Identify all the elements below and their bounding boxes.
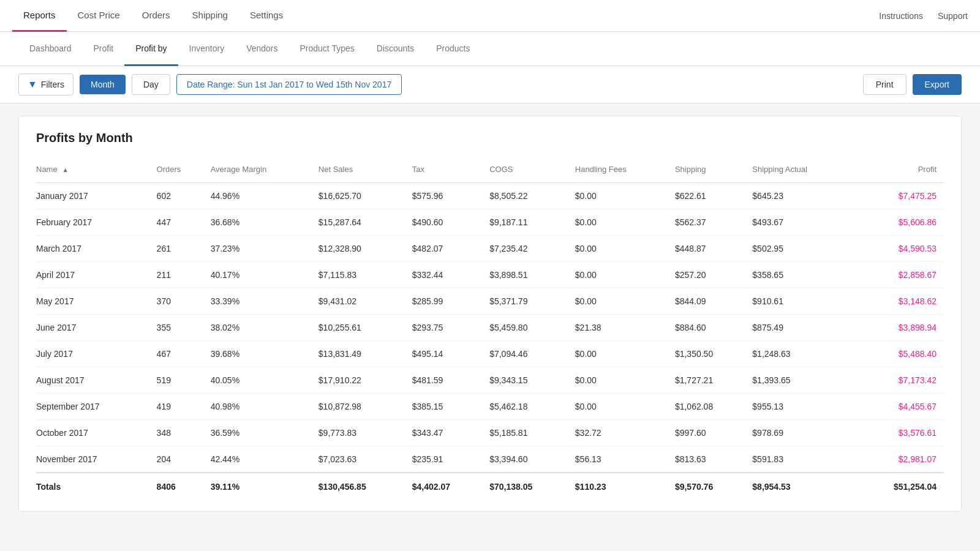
- row-profit: $4,455.67: [858, 394, 944, 420]
- row-profit: $5,606.86: [858, 209, 944, 236]
- nav-shipping[interactable]: Shipping: [181, 0, 239, 32]
- table-row: July 2017 467 39.68% $13,831.49 $495.14 …: [36, 341, 944, 367]
- nav-cost-price[interactable]: Cost Price: [67, 0, 131, 32]
- col-header-name[interactable]: Name ▲: [36, 160, 157, 183]
- row-orders: 370: [157, 288, 211, 315]
- row-avg-margin: 44.96%: [211, 183, 318, 209]
- row-cogs: $3,898.51: [489, 262, 575, 288]
- row-shipping-actual: $1,393.65: [752, 367, 858, 394]
- filter-icon: ▼: [28, 79, 37, 90]
- row-cogs: $5,462.18: [489, 394, 575, 420]
- row-name: April 2017: [36, 262, 157, 288]
- export-button[interactable]: Export: [913, 74, 962, 95]
- row-name: May 2017: [36, 288, 157, 315]
- row-shipping: $562.37: [675, 209, 752, 236]
- subnav-inventory[interactable]: Inventory: [178, 32, 236, 66]
- row-orders: 447: [157, 209, 211, 236]
- row-orders: 467: [157, 341, 211, 367]
- row-avg-margin: 42.44%: [211, 446, 318, 473]
- row-name: August 2017: [36, 367, 157, 394]
- row-orders: 348: [157, 420, 211, 446]
- row-avg-margin: 36.68%: [211, 209, 318, 236]
- nav-reports[interactable]: Reports: [12, 0, 67, 32]
- row-shipping-actual: $502.95: [752, 236, 858, 262]
- date-range-button[interactable]: Date Range: Sun 1st Jan 2017 to Wed 15th…: [176, 74, 402, 95]
- table-row: May 2017 370 33.39% $9,431.02 $285.99 $5…: [36, 288, 944, 315]
- row-cogs: $7,235.42: [489, 236, 575, 262]
- table-row: November 2017 204 42.44% $7,023.63 $235.…: [36, 446, 944, 473]
- row-shipping: $844.09: [675, 288, 752, 315]
- row-profit: $5,488.40: [858, 341, 944, 367]
- col-header-handling-fees[interactable]: Handling Fees: [575, 160, 675, 183]
- row-net-sales: $16,625.70: [318, 183, 412, 209]
- nav-settings[interactable]: Settings: [239, 0, 294, 32]
- totals-label: Totals: [36, 473, 157, 497]
- table-card: Profits by Month Name ▲ Orders Average M…: [18, 116, 962, 512]
- nav-support[interactable]: Support: [938, 11, 968, 21]
- row-handling-fees: $0.00: [575, 209, 675, 236]
- col-header-net-sales[interactable]: Net Sales: [318, 160, 412, 183]
- row-shipping: $884.60: [675, 315, 752, 341]
- subnav-discounts[interactable]: Discounts: [366, 32, 425, 66]
- row-net-sales: $9,431.02: [318, 288, 412, 315]
- row-orders: 519: [157, 367, 211, 394]
- col-header-cogs[interactable]: COGS: [489, 160, 575, 183]
- row-orders: 355: [157, 315, 211, 341]
- row-profit: $4,590.53: [858, 236, 944, 262]
- toolbar-right: Print Export: [863, 74, 962, 95]
- totals-handling-fees: $110.23: [575, 473, 675, 497]
- row-handling-fees: $32.72: [575, 420, 675, 446]
- table-row: October 2017 348 36.59% $9,773.83 $343.4…: [36, 420, 944, 446]
- row-name: November 2017: [36, 446, 157, 473]
- row-cogs: $3,394.60: [489, 446, 575, 473]
- totals-shipping-actual: $8,954.53: [752, 473, 858, 497]
- filters-button[interactable]: ▼ Filters: [18, 73, 74, 96]
- row-net-sales: $10,255.61: [318, 315, 412, 341]
- table-row: June 2017 355 38.02% $10,255.61 $293.75 …: [36, 315, 944, 341]
- col-header-shipping[interactable]: Shipping: [675, 160, 752, 183]
- subnav-vendors[interactable]: Vendors: [235, 32, 288, 66]
- nav-instructions[interactable]: Instructions: [879, 11, 923, 21]
- subnav-profit-by[interactable]: Profit by: [124, 32, 178, 66]
- row-handling-fees: $0.00: [575, 367, 675, 394]
- row-net-sales: $15,287.64: [318, 209, 412, 236]
- row-shipping: $1,727.21: [675, 367, 752, 394]
- row-profit: $2,981.07: [858, 446, 944, 473]
- row-net-sales: $9,773.83: [318, 420, 412, 446]
- row-shipping-actual: $493.67: [752, 209, 858, 236]
- row-profit: $3,898.94: [858, 315, 944, 341]
- day-button[interactable]: Day: [132, 74, 170, 95]
- row-name: October 2017: [36, 420, 157, 446]
- col-header-shipping-actual[interactable]: Shipping Actual: [752, 160, 858, 183]
- row-cogs: $5,185.81: [489, 420, 575, 446]
- col-header-profit[interactable]: Profit: [858, 160, 944, 183]
- row-avg-margin: 37.23%: [211, 236, 318, 262]
- row-handling-fees: $0.00: [575, 183, 675, 209]
- month-button[interactable]: Month: [80, 75, 126, 94]
- subnav-profit[interactable]: Profit: [83, 32, 125, 66]
- main-content: Profits by Month Name ▲ Orders Average M…: [0, 103, 980, 524]
- row-handling-fees: $0.00: [575, 288, 675, 315]
- row-shipping: $622.61: [675, 183, 752, 209]
- row-tax: $332.44: [412, 262, 489, 288]
- totals-profit: $51,254.04: [858, 473, 944, 497]
- subnav-dashboard[interactable]: Dashboard: [18, 32, 83, 66]
- row-shipping: $1,062.08: [675, 394, 752, 420]
- row-orders: 602: [157, 183, 211, 209]
- row-shipping-actual: $910.61: [752, 288, 858, 315]
- row-net-sales: $7,115.83: [318, 262, 412, 288]
- col-header-tax[interactable]: Tax: [412, 160, 489, 183]
- row-profit: $7,475.25: [858, 183, 944, 209]
- table-title: Profits by Month: [36, 131, 944, 145]
- row-shipping-actual: $955.13: [752, 394, 858, 420]
- subnav-products[interactable]: Products: [425, 32, 481, 66]
- col-header-orders[interactable]: Orders: [157, 160, 211, 183]
- top-nav-right: Instructions Support: [879, 11, 968, 21]
- row-profit: $3,576.61: [858, 420, 944, 446]
- nav-orders[interactable]: Orders: [131, 0, 181, 32]
- row-avg-margin: 40.05%: [211, 367, 318, 394]
- table-row: April 2017 211 40.17% $7,115.83 $332.44 …: [36, 262, 944, 288]
- print-button[interactable]: Print: [863, 74, 907, 95]
- col-header-avg-margin[interactable]: Average Margin: [211, 160, 318, 183]
- subnav-product-types[interactable]: Product Types: [289, 32, 366, 66]
